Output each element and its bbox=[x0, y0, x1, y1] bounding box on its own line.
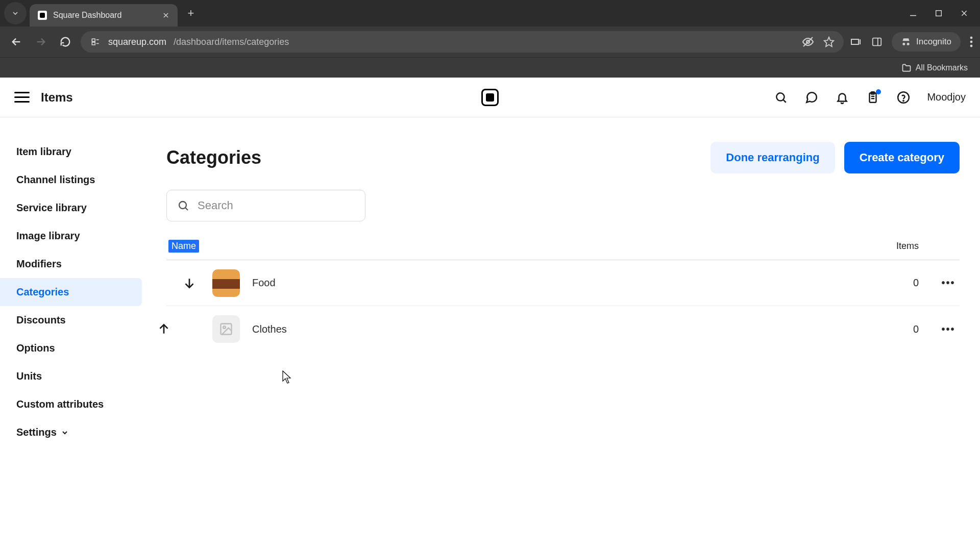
url-field[interactable]: squareup.com/dashboard/items/categories bbox=[81, 31, 844, 53]
sidebar-item-item-library[interactable]: Item library bbox=[0, 138, 142, 166]
svg-rect-9 bbox=[92, 42, 95, 45]
svg-line-23 bbox=[783, 99, 786, 102]
help-button[interactable] bbox=[896, 90, 911, 105]
incognito-label: Incognito bbox=[916, 37, 951, 47]
tab-title: Square Dashboard bbox=[53, 11, 156, 20]
tab-strip: Square Dashboard + bbox=[0, 0, 980, 27]
side-panel-icon[interactable] bbox=[871, 36, 883, 47]
notifications-button[interactable] bbox=[835, 90, 849, 105]
row-actions-button[interactable]: ••• bbox=[937, 277, 960, 289]
menu-toggle-button[interactable] bbox=[14, 92, 30, 103]
sidebar-item-settings[interactable]: Settings bbox=[0, 418, 142, 446]
image-placeholder-icon bbox=[219, 322, 233, 336]
nav-back-button[interactable] bbox=[7, 33, 26, 51]
browser-tab[interactable]: Square Dashboard bbox=[30, 4, 178, 27]
tab-close-button[interactable] bbox=[162, 12, 169, 19]
column-name[interactable]: Name bbox=[168, 240, 199, 253]
media-control-icon[interactable] bbox=[850, 36, 862, 48]
svg-rect-8 bbox=[92, 39, 95, 41]
sidebar-item-channel-listings[interactable]: Channel listings bbox=[0, 166, 142, 194]
svg-line-31 bbox=[185, 208, 188, 210]
sidebar-item-categories[interactable]: Categories bbox=[0, 278, 142, 306]
column-items[interactable]: Items bbox=[896, 241, 919, 252]
reorder-down-button[interactable] bbox=[183, 277, 196, 290]
category-item-count: 0 bbox=[913, 277, 919, 289]
done-rearranging-button[interactable]: Done rearranging bbox=[710, 142, 835, 173]
address-bar: squareup.com/dashboard/items/categories … bbox=[0, 27, 980, 57]
svg-marker-14 bbox=[824, 37, 834, 46]
table-row[interactable]: Clothes 0 ••• bbox=[166, 306, 960, 352]
sidebar-item-label: Custom attributes bbox=[16, 398, 104, 410]
svg-rect-15 bbox=[851, 39, 859, 44]
category-thumbnail bbox=[212, 315, 240, 343]
sidebar-item-discounts[interactable]: Discounts bbox=[0, 306, 142, 334]
sidebar-item-label: Modifiers bbox=[16, 258, 62, 270]
svg-point-22 bbox=[777, 93, 785, 101]
bell-icon bbox=[836, 91, 849, 104]
arrow-up-icon bbox=[157, 322, 170, 336]
square-favicon bbox=[38, 11, 47, 20]
sidebar-item-label: Item library bbox=[16, 146, 71, 158]
svg-point-20 bbox=[970, 41, 973, 43]
search-icon bbox=[177, 199, 189, 212]
chevron-down-icon bbox=[11, 9, 19, 17]
search-box[interactable] bbox=[166, 190, 365, 221]
row-actions-button[interactable]: ••• bbox=[937, 323, 960, 335]
reload-icon bbox=[60, 36, 71, 47]
chevron-down-icon bbox=[61, 429, 69, 437]
sidebar-item-service-library[interactable]: Service library bbox=[0, 194, 142, 222]
sidebar-item-image-library[interactable]: Image library bbox=[0, 222, 142, 250]
sidebar-item-units[interactable]: Units bbox=[0, 362, 142, 390]
square-logo[interactable] bbox=[481, 89, 499, 106]
reorder-up-button[interactable] bbox=[157, 322, 170, 336]
site-info-icon[interactable] bbox=[90, 36, 101, 47]
sidebar-item-custom-attributes[interactable]: Custom attributes bbox=[0, 390, 142, 418]
sidebar-item-label: Service library bbox=[16, 202, 87, 214]
tab-search-button[interactable] bbox=[4, 2, 27, 24]
sidebar-item-modifiers[interactable]: Modifiers bbox=[0, 250, 142, 278]
url-host: squareup.com bbox=[108, 37, 166, 47]
window-minimize-button[interactable] bbox=[908, 8, 919, 19]
category-name: Clothes bbox=[252, 323, 287, 335]
table-row[interactable]: Food 0 ••• bbox=[166, 260, 960, 306]
bookmark-star-button[interactable] bbox=[823, 36, 835, 47]
search-input[interactable] bbox=[198, 199, 355, 212]
sidebar-item-label: Image library bbox=[16, 230, 80, 242]
sidebar-item-label: Discounts bbox=[16, 314, 66, 326]
nav-reload-button[interactable] bbox=[56, 33, 75, 51]
svg-rect-3 bbox=[936, 11, 942, 16]
messages-button[interactable] bbox=[804, 90, 819, 105]
table-header: Name Items bbox=[166, 236, 960, 260]
folder-icon bbox=[901, 63, 912, 73]
all-bookmarks-button[interactable]: All Bookmarks bbox=[901, 63, 968, 73]
sidebar-item-label: Settings bbox=[16, 427, 57, 438]
window-close-button[interactable] bbox=[959, 8, 970, 19]
arrow-left-icon bbox=[11, 36, 22, 47]
sidebar-item-label: Units bbox=[16, 370, 42, 382]
svg-point-29 bbox=[903, 100, 904, 101]
app: Items Moodjoy Item library Channel listi… bbox=[0, 78, 980, 551]
sidebar-item-label: Channel listings bbox=[16, 174, 95, 186]
window-maximize-button[interactable] bbox=[933, 8, 944, 19]
category-thumbnail bbox=[212, 269, 240, 297]
global-search-button[interactable] bbox=[774, 90, 788, 105]
app-header: Items Moodjoy bbox=[0, 78, 980, 117]
chrome-menu-button[interactable] bbox=[970, 36, 973, 47]
nav-forward-button[interactable] bbox=[32, 33, 50, 51]
tracking-protection-icon[interactable] bbox=[802, 36, 814, 48]
all-bookmarks-label: All Bookmarks bbox=[916, 63, 968, 72]
main-content: Categories Done rearranging Create categ… bbox=[142, 117, 980, 551]
sidebar-item-label: Options bbox=[16, 342, 55, 354]
svg-point-30 bbox=[179, 202, 186, 209]
sidebar-item-options[interactable]: Options bbox=[0, 334, 142, 362]
tasks-button[interactable] bbox=[866, 90, 880, 105]
create-category-button[interactable]: Create category bbox=[844, 142, 960, 173]
window-controls bbox=[908, 8, 980, 19]
arrow-right-icon bbox=[35, 36, 46, 47]
help-icon bbox=[897, 91, 910, 104]
incognito-chip[interactable]: Incognito bbox=[892, 32, 961, 52]
sidebar: Item library Channel listings Service li… bbox=[0, 117, 142, 551]
user-menu[interactable]: Moodjoy bbox=[927, 91, 966, 103]
new-tab-button[interactable]: + bbox=[182, 4, 200, 22]
svg-point-21 bbox=[970, 45, 973, 47]
